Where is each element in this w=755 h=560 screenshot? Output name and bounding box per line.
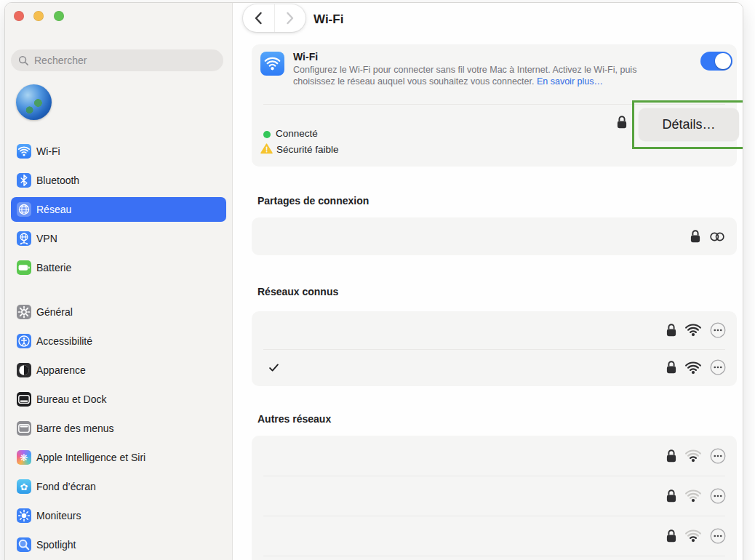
sidebar-item-apparence[interactable]: Apparence bbox=[11, 358, 226, 383]
content-pane: Wi-Fi Wi-Fi Configurez le Wi-Fi pour con… bbox=[233, 3, 743, 560]
section-title-known-networks: Réseaux connus bbox=[257, 286, 338, 297]
wifi-app-icon bbox=[260, 52, 284, 76]
sidebar-item-label: Réseau bbox=[36, 204, 71, 215]
wifi-signal-icon bbox=[684, 489, 702, 503]
gear-icon bbox=[17, 305, 31, 319]
sidebar-item-label: Bureau et Dock bbox=[36, 393, 107, 405]
search-icon bbox=[18, 55, 29, 66]
sidebar-group-gap bbox=[11, 284, 226, 300]
network-row[interactable] bbox=[252, 217, 737, 255]
sidebar-nav: Wi-Fi Bluetooth Réseau VPN Batterie Géné… bbox=[11, 139, 226, 560]
wifi-description: Configurez le Wi-Fi pour connecter sans … bbox=[293, 65, 661, 87]
other-networks-card bbox=[252, 436, 737, 560]
wifi-signal-icon bbox=[684, 323, 702, 337]
hotspots-card bbox=[252, 217, 737, 255]
network-row-icons bbox=[666, 528, 726, 544]
network-row-icons bbox=[666, 448, 726, 464]
sidebar-item-vpn[interactable]: VPN bbox=[11, 226, 226, 251]
network-row[interactable] bbox=[252, 311, 737, 349]
section-title-other-networks: Autres réseaux bbox=[257, 413, 331, 425]
connected-dot-icon bbox=[263, 131, 271, 138]
status-connected: Connecté bbox=[276, 128, 318, 139]
row-divider bbox=[263, 556, 725, 556]
lock-icon bbox=[666, 360, 676, 375]
wallpaper-icon: ✿ bbox=[17, 479, 31, 494]
lock-icon bbox=[690, 229, 700, 244]
sidebar-item-label: Fond d’écran bbox=[36, 481, 96, 492]
battery-icon bbox=[17, 260, 31, 275]
sidebar-item-label: Spotlight bbox=[36, 539, 76, 551]
search-input[interactable]: Rechercher bbox=[11, 49, 223, 71]
sidebar-item-label: Apparence bbox=[36, 364, 86, 376]
search-placeholder: Rechercher bbox=[34, 55, 87, 66]
sidebar-item-g-n-ral[interactable]: Général bbox=[11, 300, 226, 324]
sidebar-item-moniteurs[interactable]: Moniteurs bbox=[11, 503, 226, 528]
network-row[interactable] bbox=[252, 516, 737, 556]
chevron-right-icon bbox=[286, 12, 295, 25]
sidebar-item-label: Batterie bbox=[36, 262, 71, 273]
network-row[interactable] bbox=[252, 436, 737, 476]
system-settings-window: Rechercher Wi-Fi Bluetooth Réseau VPN Ba… bbox=[4, 2, 743, 560]
navigation-pill bbox=[243, 4, 305, 32]
wifi-app-icon bbox=[17, 144, 31, 159]
user-avatar[interactable] bbox=[16, 84, 52, 120]
warning-icon bbox=[260, 143, 273, 154]
sidebar-item-fond-d-cran[interactable]: ✿ Fond d’écran bbox=[11, 474, 226, 499]
menubar-icon bbox=[17, 421, 31, 436]
network-row[interactable] bbox=[252, 476, 737, 516]
sidebar-item-label: Barre des menus bbox=[36, 423, 114, 434]
section-title-hotspots: Partages de connexion bbox=[257, 195, 369, 207]
sidebar-item-bureau-et-dock[interactable]: Bureau et Dock bbox=[11, 387, 226, 412]
vpn-globe-icon bbox=[17, 231, 31, 246]
sidebar-item-label: Moniteurs bbox=[36, 510, 81, 521]
bluetooth-icon bbox=[17, 173, 31, 188]
checkmark-icon bbox=[268, 363, 279, 372]
sidebar-item-accessibilit-[interactable]: Accessibilité bbox=[11, 329, 226, 353]
link-icon bbox=[708, 231, 726, 243]
chevron-left-icon bbox=[254, 12, 263, 25]
network-row-icons bbox=[690, 229, 726, 244]
sidebar: Rechercher Wi-Fi Bluetooth Réseau VPN Ba… bbox=[5, 3, 233, 560]
sun-icon bbox=[17, 508, 31, 523]
lock-icon bbox=[666, 489, 676, 503]
more-options-icon[interactable] bbox=[710, 448, 726, 464]
sidebar-item-barre-des-menus[interactable]: Barre des menus bbox=[11, 416, 226, 441]
network-row[interactable] bbox=[252, 349, 737, 387]
forward-button[interactable] bbox=[275, 4, 306, 32]
network-row-icons bbox=[666, 488, 726, 504]
minimize-button[interactable] bbox=[33, 11, 44, 21]
network-row-icons bbox=[666, 359, 726, 375]
intelligence-icon: ❋ bbox=[17, 450, 31, 465]
globe-icon bbox=[17, 202, 31, 217]
sidebar-item-label: Wi-Fi bbox=[36, 145, 60, 157]
lock-icon bbox=[666, 529, 676, 543]
annotation-highlight bbox=[632, 100, 743, 149]
wifi-toggle[interactable] bbox=[700, 52, 732, 71]
sidebar-item-label: Général bbox=[36, 306, 73, 318]
sidebar-item-label: VPN bbox=[36, 233, 57, 244]
more-options-icon[interactable] bbox=[710, 359, 726, 375]
lock-icon bbox=[617, 115, 627, 129]
zoom-button[interactable] bbox=[54, 11, 64, 21]
back-button[interactable] bbox=[243, 4, 274, 32]
sidebar-item-r-seau[interactable]: Réseau bbox=[11, 197, 226, 222]
wifi-card-title: Wi-Fi bbox=[293, 51, 318, 63]
known-networks-card bbox=[252, 311, 737, 386]
close-button[interactable] bbox=[14, 11, 24, 21]
sidebar-item-label: Accessibilité bbox=[36, 335, 92, 347]
sidebar-item-bluetooth[interactable]: Bluetooth bbox=[11, 168, 226, 193]
sidebar-item-apple-intelligence-et-siri[interactable]: ❋ Apple Intelligence et Siri bbox=[11, 445, 226, 470]
wifi-signal-icon bbox=[684, 449, 702, 463]
sidebar-item-wi-fi[interactable]: Wi-Fi bbox=[11, 139, 226, 164]
sidebar-item-label: Bluetooth bbox=[36, 175, 79, 186]
wifi-signal-icon bbox=[684, 361, 702, 375]
network-row-icons bbox=[666, 322, 726, 338]
sidebar-item-batterie[interactable]: Batterie bbox=[11, 255, 226, 280]
learn-more-link[interactable]: En savoir plus… bbox=[537, 76, 603, 87]
lock-icon bbox=[666, 323, 676, 337]
spotlight-icon bbox=[17, 537, 31, 552]
sidebar-item-spotlight[interactable]: Spotlight bbox=[11, 532, 226, 557]
more-options-icon[interactable] bbox=[710, 528, 726, 544]
more-options-icon[interactable] bbox=[710, 322, 726, 338]
more-options-icon[interactable] bbox=[710, 488, 726, 504]
